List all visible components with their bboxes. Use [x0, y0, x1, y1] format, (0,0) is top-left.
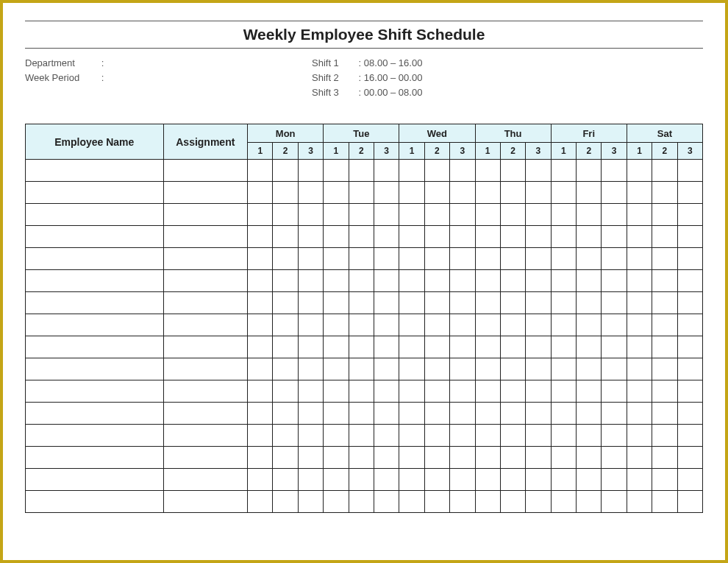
cell-shift[interactable]	[450, 380, 475, 403]
cell-assignment[interactable]	[163, 469, 248, 491]
cell-shift[interactable]	[450, 248, 475, 270]
cell-shift[interactable]	[526, 204, 551, 226]
cell-shift[interactable]	[374, 469, 399, 491]
cell-shift[interactable]	[324, 491, 349, 513]
cell-assignment[interactable]	[163, 292, 248, 314]
cell-shift[interactable]	[349, 182, 374, 204]
cell-shift[interactable]	[677, 425, 702, 447]
cell-shift[interactable]	[450, 270, 475, 292]
cell-shift[interactable]	[273, 403, 298, 425]
cell-shift[interactable]	[424, 270, 449, 292]
cell-shift[interactable]	[577, 491, 602, 513]
cell-shift[interactable]	[602, 226, 627, 248]
cell-shift[interactable]	[602, 204, 627, 226]
cell-shift[interactable]	[424, 336, 449, 358]
cell-assignment[interactable]	[163, 226, 248, 248]
cell-shift[interactable]	[652, 380, 677, 403]
cell-shift[interactable]	[298, 314, 323, 336]
cell-shift[interactable]	[450, 292, 475, 314]
cell-shift[interactable]	[551, 226, 576, 248]
cell-shift[interactable]	[475, 314, 500, 336]
cell-shift[interactable]	[399, 447, 424, 469]
cell-assignment[interactable]	[163, 204, 248, 226]
cell-shift[interactable]	[399, 204, 424, 226]
cell-shift[interactable]	[349, 160, 374, 182]
cell-shift[interactable]	[349, 380, 374, 403]
cell-shift[interactable]	[424, 204, 449, 226]
cell-shift[interactable]	[475, 292, 500, 314]
cell-shift[interactable]	[374, 447, 399, 469]
cell-shift[interactable]	[602, 160, 627, 182]
cell-shift[interactable]	[374, 491, 399, 513]
cell-shift[interactable]	[577, 204, 602, 226]
cell-shift[interactable]	[349, 292, 374, 314]
cell-shift[interactable]	[324, 403, 349, 425]
cell-shift[interactable]	[500, 160, 525, 182]
cell-shift[interactable]	[551, 270, 576, 292]
cell-shift[interactable]	[324, 160, 349, 182]
cell-shift[interactable]	[475, 380, 500, 403]
cell-shift[interactable]	[551, 160, 576, 182]
cell-shift[interactable]	[399, 358, 424, 380]
cell-shift[interactable]	[349, 447, 374, 469]
cell-shift[interactable]	[399, 226, 424, 248]
cell-shift[interactable]	[500, 226, 525, 248]
cell-shift[interactable]	[298, 425, 323, 447]
cell-shift[interactable]	[248, 248, 273, 270]
cell-shift[interactable]	[399, 491, 424, 513]
cell-shift[interactable]	[526, 248, 551, 270]
cell-shift[interactable]	[349, 403, 374, 425]
cell-shift[interactable]	[677, 292, 702, 314]
cell-shift[interactable]	[248, 182, 273, 204]
cell-assignment[interactable]	[163, 380, 248, 403]
cell-shift[interactable]	[526, 160, 551, 182]
cell-shift[interactable]	[248, 204, 273, 226]
cell-shift[interactable]	[602, 358, 627, 380]
cell-shift[interactable]	[324, 270, 349, 292]
cell-shift[interactable]	[627, 204, 652, 226]
cell-employee-name[interactable]	[26, 425, 164, 447]
cell-employee-name[interactable]	[26, 491, 164, 513]
cell-employee-name[interactable]	[26, 314, 164, 336]
cell-shift[interactable]	[298, 248, 323, 270]
cell-shift[interactable]	[298, 270, 323, 292]
cell-shift[interactable]	[551, 425, 576, 447]
cell-shift[interactable]	[399, 425, 424, 447]
cell-shift[interactable]	[475, 469, 500, 491]
cell-shift[interactable]	[349, 425, 374, 447]
cell-employee-name[interactable]	[26, 380, 164, 403]
cell-shift[interactable]	[273, 358, 298, 380]
cell-shift[interactable]	[248, 380, 273, 403]
cell-employee-name[interactable]	[26, 160, 164, 182]
cell-shift[interactable]	[298, 336, 323, 358]
cell-shift[interactable]	[602, 182, 627, 204]
cell-assignment[interactable]	[163, 403, 248, 425]
cell-shift[interactable]	[450, 226, 475, 248]
cell-shift[interactable]	[273, 292, 298, 314]
cell-shift[interactable]	[450, 314, 475, 336]
cell-shift[interactable]	[450, 469, 475, 491]
cell-shift[interactable]	[475, 160, 500, 182]
cell-shift[interactable]	[652, 226, 677, 248]
cell-shift[interactable]	[577, 226, 602, 248]
cell-shift[interactable]	[475, 403, 500, 425]
cell-shift[interactable]	[577, 292, 602, 314]
cell-shift[interactable]	[602, 336, 627, 358]
cell-shift[interactable]	[298, 403, 323, 425]
cell-shift[interactable]	[273, 182, 298, 204]
cell-shift[interactable]	[577, 314, 602, 336]
cell-shift[interactable]	[399, 292, 424, 314]
cell-shift[interactable]	[298, 292, 323, 314]
cell-shift[interactable]	[399, 403, 424, 425]
cell-shift[interactable]	[551, 248, 576, 270]
cell-shift[interactable]	[374, 403, 399, 425]
cell-shift[interactable]	[627, 403, 652, 425]
cell-shift[interactable]	[602, 292, 627, 314]
cell-shift[interactable]	[424, 358, 449, 380]
cell-shift[interactable]	[273, 226, 298, 248]
cell-shift[interactable]	[526, 358, 551, 380]
cell-shift[interactable]	[273, 314, 298, 336]
cell-shift[interactable]	[450, 336, 475, 358]
cell-shift[interactable]	[248, 425, 273, 447]
cell-shift[interactable]	[500, 469, 525, 491]
